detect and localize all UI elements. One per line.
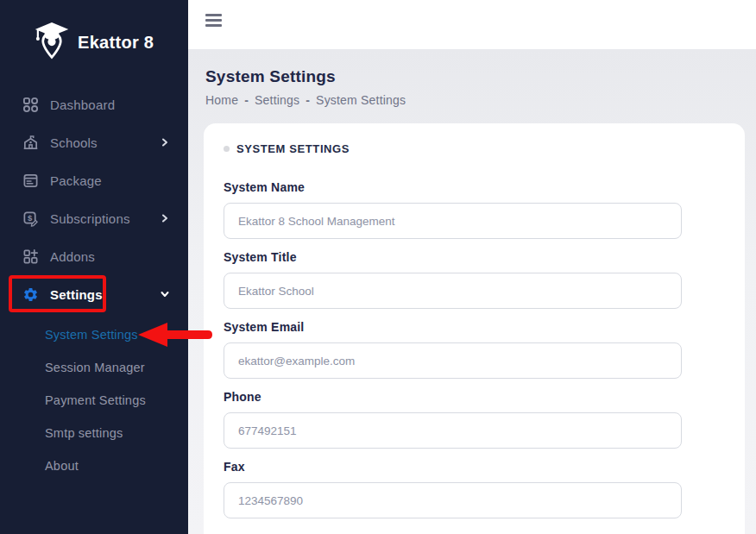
page-title: System Settings xyxy=(205,67,745,86)
breadcrumb-settings[interactable]: Settings xyxy=(255,93,299,107)
fax-input[interactable] xyxy=(224,482,682,518)
chevron-down-icon xyxy=(161,290,169,298)
card-title: SYSTEM SETTINGS xyxy=(236,142,350,155)
brand-name: Ekattor 8 xyxy=(78,33,154,53)
form-group-phone: Phone xyxy=(224,390,724,449)
system-name-input[interactable] xyxy=(224,203,682,239)
sidebar-item-label: Package xyxy=(50,173,102,188)
breadcrumb: Home - Settings - System Settings xyxy=(205,93,745,107)
form-group-system-email: System Email xyxy=(224,320,724,379)
hamburger-icon[interactable] xyxy=(205,14,222,27)
form-group-system-title: System Title xyxy=(224,250,724,309)
sidebar: Ekattor 8 Dashboard Schools xyxy=(0,0,188,534)
submenu-item-system-settings[interactable]: System Settings xyxy=(0,318,188,351)
fax-label: Fax xyxy=(224,460,724,474)
breadcrumb-separator: - xyxy=(244,93,249,107)
card-header: SYSTEM SETTINGS xyxy=(224,142,724,155)
settings-submenu: System Settings Session Manager Payment … xyxy=(0,318,188,482)
submenu-item-smtp-settings[interactable]: Smtp settings xyxy=(0,417,188,449)
breadcrumb-home[interactable]: Home xyxy=(205,93,238,107)
grid-icon xyxy=(22,97,39,113)
sidebar-item-addons[interactable]: Addons xyxy=(0,237,188,275)
topbar xyxy=(188,0,756,49)
brand-logo[interactable]: Ekattor 8 xyxy=(0,0,188,64)
chevron-right-icon xyxy=(161,138,169,147)
phone-label: Phone xyxy=(224,390,724,404)
system-email-label: System Email xyxy=(224,320,724,334)
sidebar-item-label: Dashboard xyxy=(50,97,115,112)
sidebar-nav: Dashboard Schools Package xyxy=(0,85,188,313)
graduation-pin-logo-icon xyxy=(33,21,71,64)
package-icon xyxy=(22,173,39,189)
submenu-item-session-manager[interactable]: Session Manager xyxy=(0,351,188,384)
form-group-fax: Fax xyxy=(224,460,724,518)
sidebar-item-label: Subscriptions xyxy=(50,211,130,226)
system-email-input[interactable] xyxy=(224,342,682,379)
system-settings-card: SYSTEM SETTINGS System Name System Title… xyxy=(204,123,745,534)
system-title-label: System Title xyxy=(224,250,724,264)
system-settings-form: System Name System Title System Email Ph… xyxy=(224,180,724,518)
bullet-dot-icon xyxy=(224,146,230,152)
svg-text:$: $ xyxy=(28,213,33,223)
school-icon xyxy=(22,135,39,151)
breadcrumb-system-settings: System Settings xyxy=(316,93,406,107)
sidebar-item-label: Addons xyxy=(50,249,95,264)
addons-icon xyxy=(22,248,39,265)
submenu-item-payment-settings[interactable]: Payment Settings xyxy=(0,384,188,417)
form-group-system-name: System Name xyxy=(224,180,724,239)
sidebar-item-subscriptions[interactable]: $ Subscriptions xyxy=(0,199,188,237)
sidebar-item-schools[interactable]: Schools xyxy=(0,123,188,161)
gear-icon xyxy=(22,286,39,303)
system-name-label: System Name xyxy=(224,180,724,194)
subscriptions-icon: $ xyxy=(22,210,39,227)
sidebar-item-package[interactable]: Package xyxy=(0,161,188,199)
sidebar-item-label: Settings xyxy=(50,287,103,302)
phone-input[interactable] xyxy=(224,412,682,449)
breadcrumb-separator: - xyxy=(306,93,310,107)
submenu-item-about[interactable]: About xyxy=(0,449,188,482)
sidebar-item-settings[interactable]: Settings xyxy=(0,275,188,313)
system-title-input[interactable] xyxy=(224,273,682,309)
sidebar-item-label: Schools xyxy=(50,135,98,150)
sidebar-item-dashboard[interactable]: Dashboard xyxy=(0,85,188,123)
chevron-right-icon xyxy=(161,214,169,223)
